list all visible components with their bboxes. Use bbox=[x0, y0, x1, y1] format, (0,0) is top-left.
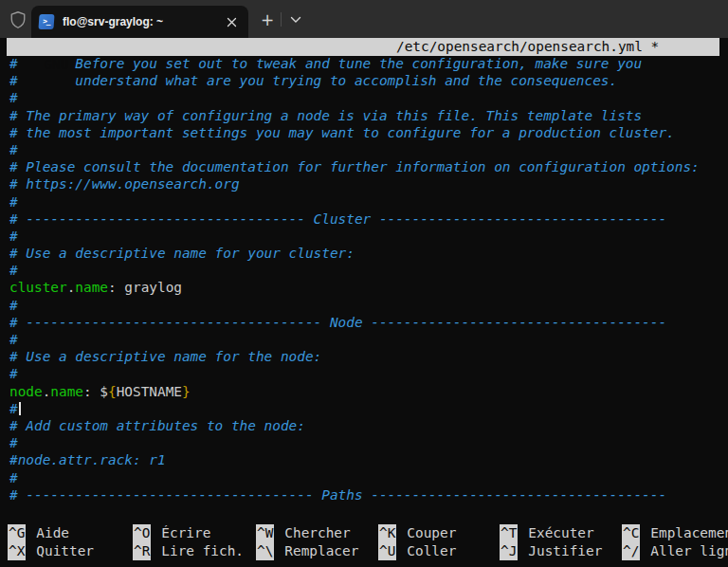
shortcut-key: ^W bbox=[256, 524, 274, 542]
editor-line: # Add custom attributes to the node: bbox=[9, 417, 728, 434]
shortcut-emplacemen: ^CEmplacemen bbox=[622, 524, 728, 542]
terminal-tab[interactable]: >_ flo@srv-graylog: ~ bbox=[31, 6, 248, 38]
shortcut-key: ^T bbox=[500, 524, 518, 542]
chevron-down-icon bbox=[290, 16, 301, 24]
editor-line: # https://www.opensearch.org bbox=[9, 175, 728, 192]
editor-line: # bbox=[9, 141, 728, 158]
shortcut-label: Quitter bbox=[36, 543, 94, 558]
shortcut-chercher: ^WChercher bbox=[256, 524, 378, 542]
shortcut-key: ^R bbox=[133, 542, 151, 560]
shortcut-label: Coller bbox=[407, 543, 456, 558]
editor-line: # bbox=[9, 89, 728, 106]
editor-line: # the most important settings you may wa… bbox=[9, 124, 728, 141]
editor-line: # bbox=[9, 469, 728, 486]
editor-line: # Use a descriptive name for the node: bbox=[9, 348, 728, 365]
editor-line: # understand what are you trying to acco… bbox=[9, 72, 728, 89]
editor-line: # ----------------------------------- Pa… bbox=[9, 486, 728, 503]
shortcut-label: Lire fich. bbox=[161, 543, 244, 558]
tab-dropdown-button[interactable] bbox=[284, 9, 307, 30]
shortcut-couper: ^KCouper bbox=[378, 524, 500, 542]
editor-line: node.name: ${HOSTNAME} bbox=[9, 383, 728, 400]
text-cursor bbox=[19, 402, 21, 415]
nano-titlebar: GNU nano 7.2 /etc/opensearch/opensearch.… bbox=[7, 38, 719, 56]
shortcut-label: Écrire bbox=[161, 525, 210, 540]
nano-file-path: /etc/opensearch/opensearch.yml * bbox=[396, 38, 659, 56]
editor-line: # bbox=[9, 331, 728, 348]
shortcut-remplacer: ^\Remplacer bbox=[256, 542, 378, 560]
shortcut-label: Aller lign bbox=[650, 543, 728, 558]
shortcut-label: Aide bbox=[36, 525, 69, 540]
editor-line: #node.attr.rack: r1 bbox=[9, 451, 728, 468]
titlebar[interactable]: >_ flo@srv-graylog: ~ + bbox=[0, 0, 728, 38]
shortcut-lire-fich: ^RLire fich. bbox=[133, 542, 256, 560]
editor-line: # ---------------------------------- Clu… bbox=[9, 210, 728, 228]
new-tab-button[interactable]: + bbox=[256, 9, 279, 30]
shortcut-label: Exécuter bbox=[528, 525, 593, 540]
editor-line: # bbox=[9, 297, 728, 314]
shortcut-key: ^K bbox=[378, 524, 396, 542]
editor-line: # The primary way of configuring a node … bbox=[9, 107, 728, 124]
shortcut-key: ^C bbox=[622, 524, 640, 542]
tabbar-divider bbox=[281, 12, 282, 27]
editor-line: # bbox=[9, 434, 728, 451]
editor-content[interactable]: # Before you set out to tweak and tune t… bbox=[9, 55, 728, 503]
tab-close-button[interactable] bbox=[224, 14, 239, 29]
shortcut-aide: ^GAide bbox=[8, 524, 133, 542]
shortcut-key: ^\ bbox=[256, 542, 274, 560]
shortcut-key: ^X bbox=[8, 542, 26, 560]
shortcut-label: Justifier bbox=[528, 543, 602, 558]
shortcut-key: ^G bbox=[8, 524, 26, 542]
editor-line: # Please consult the documentation for f… bbox=[9, 158, 728, 175]
shortcut-label: Couper bbox=[407, 525, 456, 540]
admin-shield-icon bbox=[9, 10, 27, 29]
shortcut-quitter: ^XQuitter bbox=[8, 542, 133, 560]
shortcut-coller: ^UColler bbox=[378, 542, 500, 560]
editor-line: # bbox=[9, 400, 728, 417]
shortcut-key: ^U bbox=[378, 542, 396, 560]
shortcut-key: ^/ bbox=[622, 542, 640, 560]
shortcut-ecrire: ^OÉcrire bbox=[133, 524, 256, 542]
shortcut-justifier: ^JJustifier bbox=[500, 542, 622, 560]
powershell-icon: >_ bbox=[38, 14, 54, 29]
editor-line: # Use a descriptive name for your cluste… bbox=[9, 245, 728, 262]
editor-line: # ------------------------------------ N… bbox=[9, 314, 728, 331]
shortcut-label: Chercher bbox=[284, 525, 350, 540]
close-icon bbox=[227, 17, 237, 27]
editor-line: # bbox=[9, 193, 728, 210]
shortcut-executer: ^TExécuter bbox=[500, 524, 622, 542]
shortcut-label: Remplacer bbox=[284, 543, 358, 558]
shortcut-aller-lign: ^/Aller lign bbox=[622, 542, 728, 560]
tab-title: flo@srv-graylog: ~ bbox=[63, 15, 224, 28]
editor-line: cluster.name: graylog bbox=[9, 279, 728, 296]
shortcut-key: ^O bbox=[133, 524, 151, 542]
editor-line: # bbox=[9, 365, 728, 382]
editor-line: # Before you set out to tweak and tune t… bbox=[9, 55, 728, 72]
shortcut-key: ^J bbox=[500, 542, 518, 560]
shortcut-bar: ^GAide^OÉcrire^WChercher^KCouper^TExécut… bbox=[8, 524, 728, 563]
editor-line: # bbox=[9, 228, 728, 245]
editor-line: # bbox=[9, 262, 728, 279]
shortcut-label: Emplacemen bbox=[650, 525, 728, 540]
